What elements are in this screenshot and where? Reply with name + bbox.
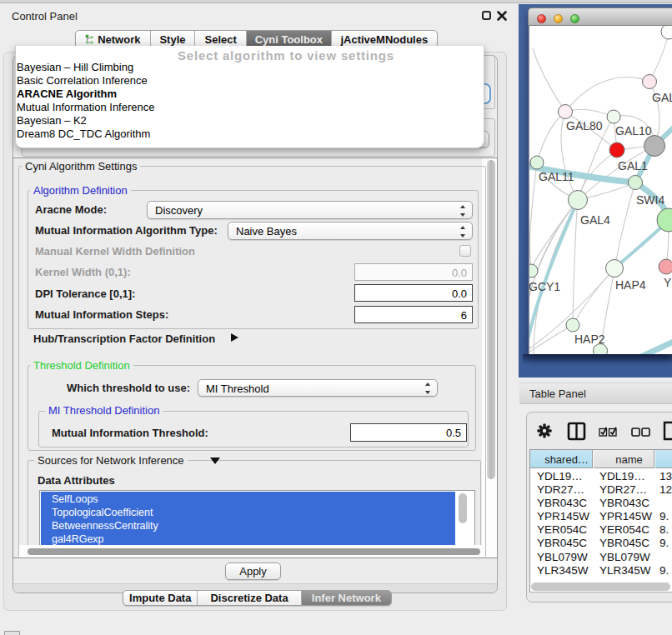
svg-text:SWI4: SWI4 (636, 193, 664, 207)
svg-text:GAL80: GAL80 (566, 119, 603, 132)
svg-text:GAL10: GAL10 (615, 124, 652, 138)
svg-text:HAP4: HAP4 (615, 278, 646, 292)
svg-text:GAL11: GAL11 (539, 170, 574, 183)
svg-text:GAL1: GAL1 (618, 159, 648, 172)
svg-text:Y: Y (664, 276, 672, 289)
svg-text:GAL7: GAL7 (652, 91, 672, 104)
svg-text:GCY1: GCY1 (529, 280, 560, 293)
svg-text:HAP2: HAP2 (574, 332, 605, 346)
svg-text:GAL4: GAL4 (580, 213, 610, 227)
